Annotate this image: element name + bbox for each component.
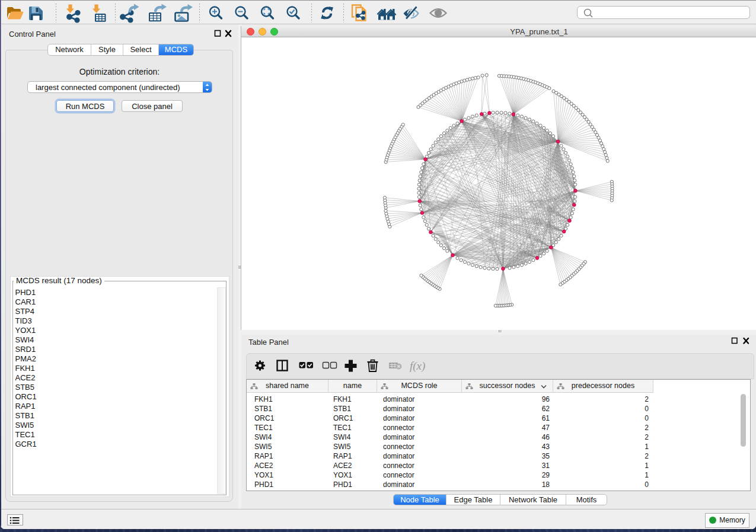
svg-text:f(x): f(x) — [410, 360, 425, 373]
